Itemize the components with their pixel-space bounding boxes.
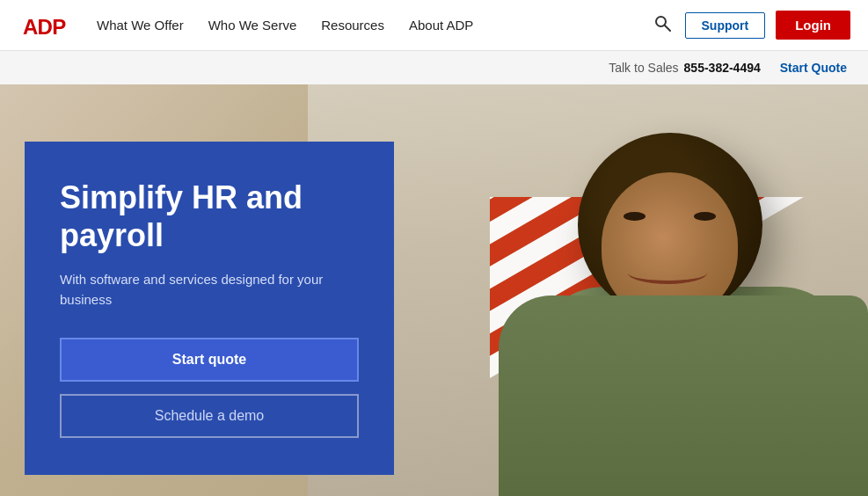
nav-about-adp[interactable]: About ADP	[409, 18, 473, 33]
hero-title: Simplify HR and payroll	[60, 179, 359, 254]
site-header: ADP What We Offer Who We Serve Resources…	[0, 0, 868, 51]
start-quote-button[interactable]: Start quote	[60, 338, 359, 382]
nav-who-we-serve[interactable]: Who We Serve	[208, 18, 297, 33]
login-button[interactable]: Login	[776, 11, 850, 40]
adp-logo[interactable]: ADP	[18, 8, 70, 43]
schedule-demo-button[interactable]: Schedule a demo	[60, 394, 359, 438]
talk-to-sales-label: Talk to Sales	[609, 61, 678, 75]
main-nav: What We Offer Who We Serve Resources Abo…	[97, 18, 650, 33]
search-icon[interactable]	[650, 11, 675, 40]
nav-what-we-offer[interactable]: What We Offer	[97, 18, 184, 33]
svg-line-4	[665, 26, 670, 31]
support-button[interactable]: Support	[685, 12, 766, 39]
sales-phone-number: 855-382-4494	[684, 61, 761, 75]
sales-bar: Talk to Sales 855-382-4494 Start Quote	[0, 51, 868, 84]
start-quote-link[interactable]: Start Quote	[780, 61, 847, 75]
hero-section: Simplify HR and payroll With software an…	[0, 84, 868, 496]
svg-text:ADP: ADP	[23, 14, 66, 38]
hero-subtitle: With software and services designed for …	[60, 270, 359, 310]
nav-resources[interactable]: Resources	[321, 18, 384, 33]
hero-person-shoulder-right	[499, 295, 868, 496]
hero-content-box: Simplify HR and payroll With software an…	[25, 142, 394, 475]
header-actions: Support Login	[650, 11, 850, 40]
